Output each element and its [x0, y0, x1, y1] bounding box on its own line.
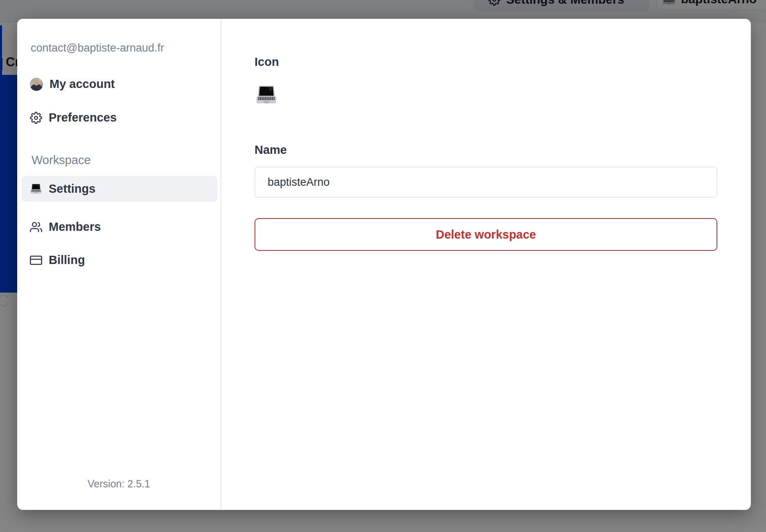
sidebar-item-label: My account — [50, 77, 115, 91]
sidebar-item-billing[interactable]: Billing — [21, 247, 217, 273]
icon-section-heading: Icon — [255, 55, 279, 69]
name-section-heading: Name — [255, 143, 287, 157]
sidebar-item-members[interactable]: Members — [21, 214, 217, 240]
credit-card-icon — [30, 254, 42, 266]
user-avatar — [30, 78, 43, 91]
sidebar-item-my-account[interactable]: My account — [21, 71, 217, 97]
laptop-icon — [30, 183, 42, 195]
sidebar-item-label: Billing — [49, 253, 85, 267]
settings-sidebar: contact@baptiste-arnaud.fr My account Pr… — [17, 19, 221, 510]
users-icon — [30, 221, 42, 233]
screen: Settings & Members baptisteArno Cr C con… — [0, 0, 766, 532]
gear-icon — [30, 112, 42, 124]
sidebar-item-label: Preferences — [49, 111, 117, 124]
laptop-icon — [255, 84, 277, 106]
workspace-settings-modal: contact@baptiste-arnaud.fr My account Pr… — [17, 19, 751, 510]
sidebar-item-label: Members — [49, 220, 101, 234]
sidebar-item-settings[interactable]: Settings — [21, 176, 217, 202]
version-text: Version: 2.5.1 — [17, 478, 221, 490]
workspace-section-header: Workspace — [32, 153, 91, 167]
account-email: contact@baptiste-arnaud.fr — [31, 42, 164, 54]
sidebar-item-preferences[interactable]: Preferences — [21, 105, 217, 131]
workspace-icon-button[interactable] — [252, 81, 281, 110]
delete-workspace-button[interactable]: Delete workspace — [255, 218, 717, 251]
sidebar-item-label: Settings — [49, 182, 95, 196]
workspace-name-input[interactable] — [255, 167, 717, 198]
workspace-settings-panel: Icon Name Delete workspace — [221, 19, 751, 510]
